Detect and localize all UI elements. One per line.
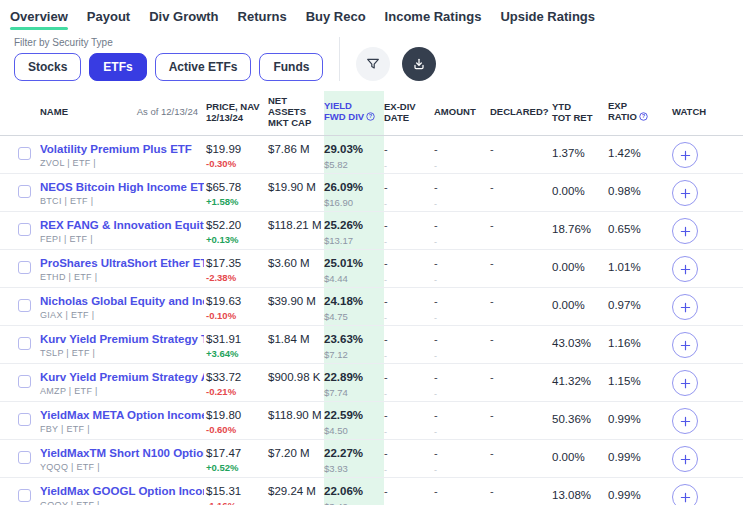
add-to-watchlist-button[interactable] [672,256,698,282]
checkbox-cell [0,212,40,250]
add-to-watchlist-button[interactable] [672,294,698,320]
row-checkbox[interactable] [18,261,31,274]
download-button[interactable] [402,47,436,81]
add-to-watchlist-button[interactable] [672,180,698,206]
ex-div-date-sub: - [384,350,432,363]
tab-upside-ratings[interactable]: Upside Ratings [500,9,595,30]
add-to-watchlist-button[interactable] [672,484,698,505]
exp-ratio-value: 0.99% [608,489,641,501]
net-assets-cell: $3.60 M [268,250,324,288]
price-cell: $33.72 -0.21% [206,364,268,402]
tab-payout[interactable]: Payout [87,9,130,30]
exp-cell: 1.01% [608,250,664,288]
declared-value: - [490,295,550,308]
row-checkbox[interactable] [18,223,31,236]
ytd-cell: 0.00% [552,174,608,212]
price-value: $19.99 [206,143,266,156]
row-checkbox[interactable] [18,299,31,312]
tab-income-ratings[interactable]: Income Ratings [385,9,482,30]
fund-name-link[interactable]: YieldMax GOOGL Option Income... [40,485,204,498]
add-to-watchlist-button[interactable] [672,370,698,396]
declared-cell: - [490,136,552,174]
row-checkbox[interactable] [18,375,31,388]
header-name: NAME As of 12/13/24 [40,91,206,136]
amount-cell: - - [434,440,490,478]
tab-buy-reco[interactable]: Buy Reco [306,9,366,30]
name-cell: YieldMax GOOGL Option Income... GOOY | E… [40,478,206,505]
fund-name-link[interactable]: REX FANG & Innovation Equity... [40,219,204,232]
fund-name-link[interactable]: YieldMax META Option Income... [40,409,204,422]
amount-cell: - - [434,250,490,288]
header-price-nav: PRICE, NAV 12/13/24 [206,91,268,136]
filter-pill-etfs[interactable]: ETFs [89,53,146,81]
ytd-cell: 1.37% [552,136,608,174]
fund-name-link[interactable]: Kurv Yield Premium Strategy Amazo... [40,371,204,384]
checkbox-cell [0,364,40,402]
header-yield-fwd-div: YIELD FWD DIV? [324,91,384,136]
name-cell: YieldMaxTM Short N100 Option... YQQQ | E… [40,440,206,478]
table-row: Kurv Yield Premium Strategy Amazo... AMZ… [0,364,743,402]
declared-value: - [490,143,550,156]
tab-returns[interactable]: Returns [238,9,287,30]
fund-name-link[interactable]: Nicholas Global Equity and Income... [40,295,204,308]
filter-pill-stocks[interactable]: Stocks [14,53,81,81]
net-assets-value: $19.90 M [268,181,322,194]
fund-name-link[interactable]: Volatility Premium Plus ETF [40,143,204,156]
fund-name-link[interactable]: Kurv Yield Premium Strategy Tesla... [40,333,204,346]
net-assets-value: $118.21 M [268,219,322,232]
price-change: +0.13% [206,234,266,245]
declared-cell: - [490,478,552,505]
svg-text:?: ? [642,113,646,119]
svg-text:?: ? [369,113,373,119]
add-to-watchlist-button[interactable] [672,142,698,168]
row-checkbox[interactable] [18,451,31,464]
row-checkbox[interactable] [18,185,31,198]
info-icon[interactable]: ? [639,112,648,123]
ex-div-date-cell: - - [384,174,434,212]
ex-div-date-value: - [384,257,432,270]
add-to-watchlist-button[interactable] [672,408,698,434]
watch-cell [664,402,743,440]
tab-overview[interactable]: Overview [10,9,68,30]
watch-cell [664,212,743,250]
yield-cell: 22.59% $4.50 [324,402,384,440]
checkbox-cell [0,250,40,288]
declared-cell: - [490,250,552,288]
fund-name-link[interactable]: YieldMaxTM Short N100 Option... [40,447,204,460]
info-icon[interactable]: ? [366,112,375,123]
ex-div-date-sub: - [384,426,432,439]
amount-sub: - [434,160,488,173]
amount-sub: - [434,312,488,325]
checkbox-cell [0,402,40,440]
exp-cell: 0.97% [608,288,664,326]
filter-pill-active-etfs[interactable]: Active ETFs [155,53,252,81]
fund-name-link[interactable]: ProShares UltraShort Ether ETF [40,257,204,270]
price-cell: $15.31 -1.16% [206,478,268,505]
add-to-watchlist-button[interactable] [672,218,698,244]
filter-pill-funds[interactable]: Funds [259,53,323,81]
download-icon [411,56,427,72]
tab-div-growth[interactable]: Div Growth [149,9,218,30]
fund-ticker: AMZP | ETF | [40,386,204,397]
net-assets-cell: $7.86 M [268,136,324,174]
ex-div-date-sub: - [384,274,432,287]
fund-name-link[interactable]: NEOS Bitcoin High Income ETF [40,181,204,194]
row-checkbox[interactable] [18,413,31,426]
row-checkbox[interactable] [18,337,31,350]
price-change: +3.64% [206,348,266,359]
net-assets-cell: $7.20 M [268,440,324,478]
amount-sub: - [434,198,488,211]
add-to-watchlist-button[interactable] [672,332,698,358]
amount-cell: - - [434,288,490,326]
filter-button[interactable] [356,47,390,81]
amount-cell: - - [434,326,490,364]
checkbox-cell [0,174,40,212]
name-cell: Nicholas Global Equity and Income... GIA… [40,288,206,326]
row-checkbox[interactable] [18,489,31,502]
row-checkbox[interactable] [18,147,31,160]
declared-value: - [490,219,550,232]
price-value: $52.20 [206,219,266,232]
amount-sub: - [434,236,488,249]
add-to-watchlist-button[interactable] [672,446,698,472]
name-cell: REX FANG & Innovation Equity... FEPI | E… [40,212,206,250]
